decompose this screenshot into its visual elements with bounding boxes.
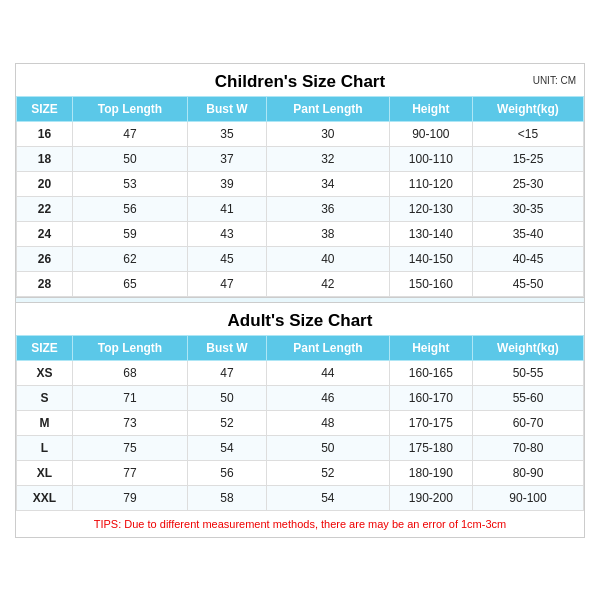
children-cell-1: 59 <box>72 221 187 246</box>
adult-header-row: SIZETop LengthBust WPant LengthHeightWei… <box>17 335 584 360</box>
adult-size-table: SIZETop LengthBust WPant LengthHeightWei… <box>16 335 584 511</box>
adult-cell-1: 75 <box>72 435 187 460</box>
children-col-top-length: Top Length <box>72 96 187 121</box>
size-chart-container: Children's Size Chart UNIT: CM SIZETop L… <box>15 63 585 538</box>
adult-cell-5: 55-60 <box>472 385 583 410</box>
children-cell-2: 39 <box>188 171 267 196</box>
adult-cell-2: 50 <box>188 385 267 410</box>
children-cell-2: 35 <box>188 121 267 146</box>
children-col-size: SIZE <box>17 96 73 121</box>
children-cell-2: 41 <box>188 196 267 221</box>
children-cell-3: 38 <box>266 221 389 246</box>
adult-cell-5: 90-100 <box>472 485 583 510</box>
children-col-pant-length: Pant Length <box>266 96 389 121</box>
children-cell-4: 120-130 <box>389 196 472 221</box>
children-section-title: Children's Size Chart UNIT: CM <box>16 64 584 96</box>
adult-cell-0: L <box>17 435 73 460</box>
children-cell-1: 62 <box>72 246 187 271</box>
children-cell-0: 26 <box>17 246 73 271</box>
children-header-row: SIZETop LengthBust WPant LengthHeightWei… <box>17 96 584 121</box>
children-cell-0: 22 <box>17 196 73 221</box>
adult-cell-5: 50-55 <box>472 360 583 385</box>
adult-section-title: Adult's Size Chart <box>16 303 584 335</box>
adult-cell-2: 58 <box>188 485 267 510</box>
adult-cell-4: 160-170 <box>389 385 472 410</box>
children-cell-4: 130-140 <box>389 221 472 246</box>
children-col-weight(kg): Weight(kg) <box>472 96 583 121</box>
children-cell-3: 30 <box>266 121 389 146</box>
children-cell-3: 42 <box>266 271 389 296</box>
adult-cell-3: 44 <box>266 360 389 385</box>
children-cell-4: 150-160 <box>389 271 472 296</box>
adult-cell-2: 54 <box>188 435 267 460</box>
children-cell-4: 110-120 <box>389 171 472 196</box>
children-cell-2: 47 <box>188 271 267 296</box>
children-cell-0: 24 <box>17 221 73 246</box>
table-row: 22564136120-13030-35 <box>17 196 584 221</box>
adult-cell-3: 54 <box>266 485 389 510</box>
children-cell-5: 35-40 <box>472 221 583 246</box>
adult-cell-1: 71 <box>72 385 187 410</box>
adult-cell-2: 52 <box>188 410 267 435</box>
children-cell-0: 16 <box>17 121 73 146</box>
children-col-bust-w: Bust W <box>188 96 267 121</box>
table-row: XL775652180-19080-90 <box>17 460 584 485</box>
children-cell-5: 30-35 <box>472 196 583 221</box>
adult-cell-0: M <box>17 410 73 435</box>
children-cell-2: 45 <box>188 246 267 271</box>
children-cell-2: 43 <box>188 221 267 246</box>
adult-cell-1: 77 <box>72 460 187 485</box>
children-cell-1: 53 <box>72 171 187 196</box>
children-cell-3: 34 <box>266 171 389 196</box>
children-col-height: Height <box>389 96 472 121</box>
adult-cell-0: XXL <box>17 485 73 510</box>
adult-col-top-length: Top Length <box>72 335 187 360</box>
adult-cell-4: 190-200 <box>389 485 472 510</box>
adult-col-height: Height <box>389 335 472 360</box>
adult-cell-4: 175-180 <box>389 435 472 460</box>
adult-cell-3: 52 <box>266 460 389 485</box>
table-row: S715046160-17055-60 <box>17 385 584 410</box>
children-title-text: Children's Size Chart <box>215 72 385 91</box>
adult-cell-5: 80-90 <box>472 460 583 485</box>
table-row: 26624540140-15040-45 <box>17 246 584 271</box>
adult-cell-5: 60-70 <box>472 410 583 435</box>
adult-cell-2: 56 <box>188 460 267 485</box>
table-row: M735248170-17560-70 <box>17 410 584 435</box>
table-row: XS684744160-16550-55 <box>17 360 584 385</box>
children-cell-4: 140-150 <box>389 246 472 271</box>
children-cell-5: 45-50 <box>472 271 583 296</box>
children-cell-3: 32 <box>266 146 389 171</box>
adult-cell-5: 70-80 <box>472 435 583 460</box>
adult-title-text: Adult's Size Chart <box>228 311 373 330</box>
table-row: 18503732100-11015-25 <box>17 146 584 171</box>
children-cell-4: 90-100 <box>389 121 472 146</box>
children-cell-5: <15 <box>472 121 583 146</box>
adult-cell-0: XL <box>17 460 73 485</box>
children-cell-3: 36 <box>266 196 389 221</box>
table-row: 24594338130-14035-40 <box>17 221 584 246</box>
adult-col-pant-length: Pant Length <box>266 335 389 360</box>
children-cell-5: 15-25 <box>472 146 583 171</box>
children-cell-4: 100-110 <box>389 146 472 171</box>
children-cell-1: 65 <box>72 271 187 296</box>
children-cell-5: 25-30 <box>472 171 583 196</box>
table-row: L755450175-18070-80 <box>17 435 584 460</box>
table-row: 20533934110-12025-30 <box>17 171 584 196</box>
adult-cell-4: 180-190 <box>389 460 472 485</box>
children-cell-1: 50 <box>72 146 187 171</box>
adult-cell-2: 47 <box>188 360 267 385</box>
adult-cell-1: 73 <box>72 410 187 435</box>
children-cell-2: 37 <box>188 146 267 171</box>
children-cell-0: 28 <box>17 271 73 296</box>
children-size-table: SIZETop LengthBust WPant LengthHeightWei… <box>16 96 584 297</box>
adult-cell-3: 48 <box>266 410 389 435</box>
table-row: 1647353090-100<15 <box>17 121 584 146</box>
tips-text: TIPS: Due to different measurement metho… <box>16 511 584 537</box>
adult-cell-1: 79 <box>72 485 187 510</box>
adult-cell-1: 68 <box>72 360 187 385</box>
table-row: XXL795854190-20090-100 <box>17 485 584 510</box>
adult-cell-0: S <box>17 385 73 410</box>
adult-cell-0: XS <box>17 360 73 385</box>
unit-label: UNIT: CM <box>533 74 576 85</box>
